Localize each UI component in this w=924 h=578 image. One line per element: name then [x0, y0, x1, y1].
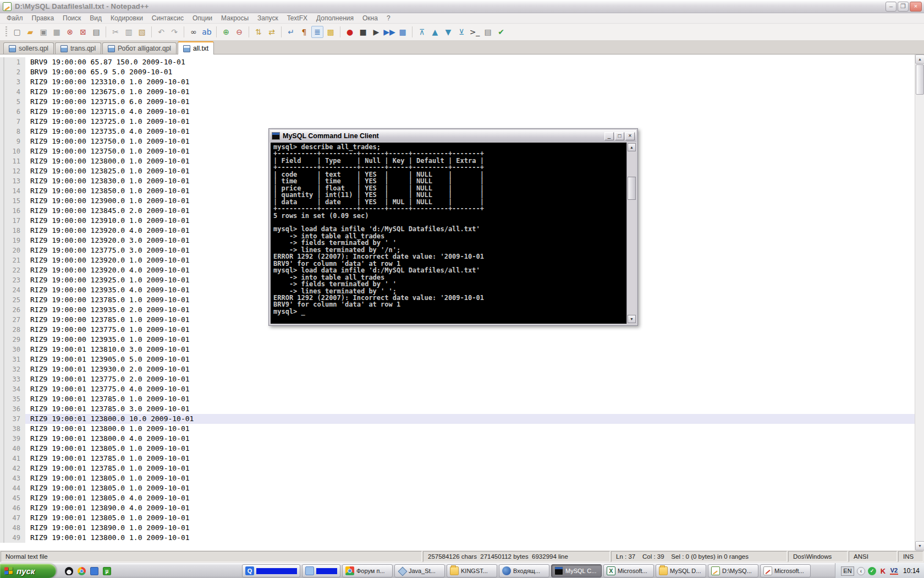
scrollbar-thumb[interactable] — [916, 64, 924, 95]
mysql-minimize-button[interactable]: _ — [604, 132, 614, 140]
notepadpp-titlebar[interactable]: D:\MySQL Datafiles\all.txt - Notepad++ –… — [0, 0, 924, 13]
line-text[interactable]: RIZ9 19:00:01 123775.0 2.0 2009-10-01 — [25, 374, 915, 384]
mysql-maximize-button[interactable]: □ — [615, 132, 624, 140]
restore-button[interactable]: ❐ — [898, 2, 909, 12]
line-text[interactable]: RIZ9 19:00:01 123905.0 5.0 2009-10-01 — [25, 355, 915, 364]
line-text[interactable]: RIZ9 19:00:01 123785.0 1.0 2009-10-01 — [25, 454, 915, 464]
mysql-console-window[interactable]: MySQL Command Line Client _ □ × mysql> d… — [268, 128, 638, 326]
line-text[interactable]: RIZ9 19:00:01 123800.0 1.0 2009-10-01 — [25, 533, 915, 543]
macro-play-button[interactable]: ▶ — [370, 26, 382, 38]
status-eol-format[interactable]: Dos\Windows — [788, 551, 848, 562]
macro-record-button[interactable]: ● — [344, 26, 356, 38]
nav-previous-button[interactable]: ▲ — [429, 26, 441, 38]
nav-next-button[interactable]: ▼ — [442, 26, 454, 38]
save-all-button[interactable]: ▦ — [51, 26, 63, 38]
nav-last-button[interactable]: ⊻ — [455, 26, 468, 38]
sync-vertical-button[interactable]: ⇅ — [252, 26, 265, 38]
blue-app-icon[interactable] — [90, 567, 98, 575]
taskbar-button[interactable]: Java_St... — [394, 564, 445, 577]
menu-item[interactable]: Вид — [85, 13, 106, 24]
replace-button[interactable]: ab — [201, 26, 213, 38]
spell-check-button[interactable]: ✔ — [495, 26, 507, 38]
tab-sollers-qpl[interactable]: sollers.qpl — [3, 42, 54, 54]
status-encoding[interactable]: ANSI — [849, 551, 897, 562]
line-text[interactable]: RIZ9 19:00:01 123805.0 1.0 2009-10-01 — [25, 483, 915, 493]
punto-switcher-icon[interactable]: V2 — [890, 568, 898, 575]
cut-button[interactable]: ✂ — [109, 26, 122, 38]
console-scroll-down-icon[interactable]: ▼ — [628, 315, 636, 323]
line-text[interactable]: RIZ9 19:00:01 123805.0 1.0 2009-10-01 — [25, 513, 915, 523]
menu-item[interactable]: Синтаксис — [147, 13, 188, 24]
line-text[interactable]: RIZ9 19:00:01 123890.0 1.0 2009-10-01 — [25, 523, 915, 533]
menu-item[interactable]: ? — [382, 13, 395, 24]
chrome-icon[interactable] — [78, 567, 86, 575]
redo-button[interactable]: ↷ — [168, 26, 180, 38]
line-text[interactable]: RIZ9 19:00:01 123805.0 1.0 2009-10-01 — [25, 444, 915, 454]
menu-item[interactable]: TextFX — [283, 13, 312, 24]
close-file-button[interactable]: ⊗ — [64, 26, 76, 38]
line-text[interactable]: RIZ9 19:00:01 123805.0 4.0 2009-10-01 — [25, 493, 915, 503]
line-text[interactable]: RIZ9 19:00:00 123310.0 1.0 2009-10-01 — [25, 77, 915, 87]
mysql-titlebar[interactable]: MySQL Command Line Client _ □ × — [270, 130, 636, 142]
zoom-out-button[interactable]: ⊖ — [233, 26, 245, 38]
tab--alligator-qpl[interactable]: Робот alligator.qpl — [102, 42, 177, 54]
undo-button[interactable]: ↶ — [155, 26, 167, 38]
snapshot-button[interactable]: ▤ — [482, 26, 494, 38]
menu-item[interactable]: Дополнения — [312, 13, 358, 24]
tab-trans-qpl[interactable]: trans.qpl — [55, 42, 101, 54]
update-ok-icon[interactable]: ✓ — [868, 567, 876, 575]
taskbar-button[interactable]: Входящ... — [499, 564, 549, 577]
language-indicator[interactable]: EN — [841, 566, 854, 576]
tab-all-txt[interactable]: all.txt — [178, 41, 214, 54]
line-text[interactable]: RIZ9 19:00:00 123715.0 4.0 2009-10-01 — [25, 107, 915, 117]
taskbar-button[interactable]: D:\MySQ... — [708, 564, 758, 577]
save-button[interactable]: ▣ — [37, 26, 50, 38]
close-button[interactable]: × — [910, 2, 922, 12]
console-button[interactable]: >_ — [469, 26, 481, 38]
taskbar-button[interactable]: MySQL D... — [656, 564, 706, 577]
indent-guide-button[interactable]: ≣ — [311, 26, 323, 38]
line-text[interactable]: RIZ9 19:00:01 123805.0 1.0 2009-10-01 — [25, 473, 915, 483]
taskbar-button[interactable]: Форум п... — [342, 564, 393, 577]
menu-item[interactable]: Макросы — [217, 13, 253, 24]
print-button[interactable]: ▤ — [90, 26, 102, 38]
scroll-up-arrow-icon[interactable]: ▲ — [915, 54, 924, 64]
line-text[interactable]: RIZ9 19:00:01 123785.0 1.0 2009-10-01 — [25, 464, 915, 473]
line-text[interactable]: RIZ9 19:00:01 123890.0 4.0 2009-10-01 — [25, 503, 915, 513]
user-define-dialog-button[interactable]: ▩ — [324, 26, 337, 38]
line-text[interactable]: RIZ9 19:00:00 123775.0 1.0 2009-10-01 — [25, 325, 915, 335]
console-scroll-up-icon[interactable]: ▲ — [628, 143, 636, 151]
line-text[interactable]: RIZ9 19:00:01 123800.0 10.0 2009-10-01 — [25, 414, 915, 424]
menu-item[interactable]: Поиск — [58, 13, 85, 24]
taskbar-button[interactable]: Q — [242, 564, 300, 577]
line-text[interactable]: RIZ9 19:00:01 123930.0 2.0 2009-10-01 — [25, 364, 915, 374]
open-folder-button[interactable]: ▰ — [24, 26, 36, 38]
line-text[interactable]: RIZ9 19:00:01 123775.0 4.0 2009-10-01 — [25, 384, 915, 394]
menu-item[interactable]: Правка — [28, 13, 59, 24]
line-text[interactable]: RIZ9 19:00:01 123785.0 1.0 2009-10-01 — [25, 394, 915, 404]
taskbar-button[interactable]: KINGST... — [447, 564, 497, 577]
menu-item[interactable]: Файл — [2, 13, 28, 24]
find-button[interactable]: ∞ — [188, 26, 200, 38]
line-text[interactable]: RIZ9 19:00:00 123935.0 1.0 2009-10-01 — [25, 335, 915, 345]
line-text[interactable]: BRV9 19:00:00 65.87 150.0 2009-10-01 — [25, 57, 915, 67]
taskbar-button[interactable]: XMicrosoft... — [603, 564, 654, 577]
minimize-button[interactable]: – — [886, 2, 897, 12]
start-button[interactable]: пуск — [0, 564, 56, 578]
console-output[interactable]: mysql> describe all_trades; +----------+… — [271, 143, 636, 315]
sync-horizontal-button[interactable]: ⇄ — [266, 26, 278, 38]
console-body[interactable]: mysql> describe all_trades; +----------+… — [271, 143, 636, 324]
editor-vertical-scrollbar[interactable]: ▲ ▼ — [915, 54, 924, 550]
line-text[interactable]: RIZ9 19:00:01 123800.0 4.0 2009-10-01 — [25, 434, 915, 444]
console-vertical-scrollbar[interactable]: ▲ ▼ — [626, 143, 636, 324]
macro-run-multiple-button[interactable]: ▶▶ — [383, 26, 395, 38]
line-text[interactable]: RIZ9 19:00:01 123785.0 3.0 2009-10-01 — [25, 404, 915, 414]
collapse-chevron-icon[interactable]: ‹ — [857, 567, 865, 575]
line-text[interactable]: RIZ9 19:00:00 123675.0 1.0 2009-10-01 — [25, 87, 915, 97]
menu-item[interactable]: Опции — [188, 13, 217, 24]
scroll-down-arrow-icon[interactable]: ▼ — [915, 541, 924, 550]
console-scrollbar-thumb[interactable] — [628, 177, 636, 200]
line-text[interactable]: BRV9 19:00:00 65.9 5.0 2009-10-01 — [25, 67, 915, 77]
status-insert-mode[interactable]: INS — [898, 551, 923, 562]
nav-first-button[interactable]: ⊼ — [416, 26, 428, 38]
